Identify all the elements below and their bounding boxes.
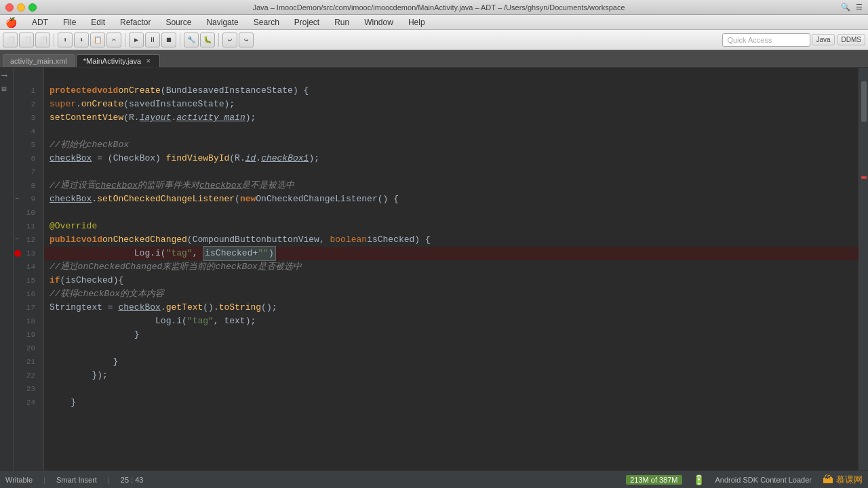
menu-help[interactable]: Help bbox=[406, 17, 428, 28]
status-writable: Writable bbox=[5, 476, 33, 484]
toolbar-btn-1[interactable]: ⬜ bbox=[3, 33, 18, 47]
toolbar-btn-5[interactable]: ⬇ bbox=[74, 33, 89, 47]
code-line-10 bbox=[44, 206, 859, 220]
close-button[interactable] bbox=[5, 3, 14, 12]
status-bar: Writable | Smart Insert | 25 : 43 213M o… bbox=[0, 470, 868, 488]
code-line-6: checkBox = (CheckBox) findViewById(R.id.… bbox=[44, 152, 859, 165]
toolbar-btn-9[interactable]: ⏸ bbox=[145, 33, 160, 47]
gutter-line-18: 18 bbox=[14, 314, 39, 328]
tab-xml[interactable]: activity_main.xml bbox=[3, 54, 75, 67]
gutter-line-15: 15 bbox=[14, 274, 39, 287]
fold-icon[interactable]: − bbox=[15, 233, 19, 247]
code-line-1: protected void onCreate(Bundle savedInst… bbox=[44, 84, 859, 98]
toolbar-btn-10[interactable]: ⏹ bbox=[161, 33, 176, 47]
left-icon-1[interactable]: ⟶ bbox=[2, 70, 12, 80]
code-line-13: Log.i("tag", isChecked+"") bbox=[44, 247, 859, 260]
gutter-line-20: 20 bbox=[14, 342, 39, 355]
menu-navigate[interactable]: Navigate bbox=[203, 17, 241, 28]
gutter-line-21: 21 bbox=[14, 355, 39, 369]
gutter-line-22: 22 bbox=[14, 369, 39, 382]
tabs-bar: activity_main.xml *MainActivity.java ✕ bbox=[0, 50, 868, 68]
menu-run[interactable]: Run bbox=[332, 17, 352, 28]
scrollbar[interactable] bbox=[861, 81, 867, 122]
left-icon-2[interactable]: ⊞ bbox=[2, 84, 12, 94]
code-line-0 bbox=[44, 70, 859, 84]
gutter-line-19: 19 bbox=[14, 328, 39, 342]
gutter-line-5: 5 bbox=[14, 138, 39, 152]
minimize-button[interactable] bbox=[17, 3, 25, 12]
editor-container: ⟶ ⊞ 12345678−91011−121314151617181920212… bbox=[0, 68, 868, 470]
code-line-7 bbox=[44, 165, 859, 179]
toolbar-sep-4 bbox=[218, 33, 219, 47]
code-line-18: Log.i("tag", text); bbox=[44, 314, 859, 328]
window-title: Java – ImoocDemon/src/com/imooc/imoocdem… bbox=[41, 3, 837, 12]
apple-menu[interactable]: 🍎 bbox=[5, 17, 17, 28]
menu-search[interactable]: Search bbox=[251, 17, 282, 28]
gutter-line-12: −12 bbox=[14, 233, 39, 247]
code-line-21: } bbox=[44, 355, 859, 369]
code-line-24: } bbox=[44, 396, 859, 409]
left-icons: ⟶ ⊞ bbox=[0, 68, 14, 470]
menu-icon[interactable]: ☰ bbox=[856, 3, 863, 12]
tab-java-close[interactable]: ✕ bbox=[144, 57, 153, 65]
toolbar: ⬜ ⬜ ⬜ ⬆ ⬇ 📋 ✂ ▶ ⏸ ⏹ 🔧 🐛 ↩ ↪ Quick Access… bbox=[0, 30, 868, 50]
code-line-16: //获得checkBox的文本内容 bbox=[44, 287, 859, 301]
traffic-lights bbox=[5, 3, 37, 12]
gutter-line-16: 16 bbox=[14, 287, 39, 301]
toolbar-btn-8[interactable]: ▶ bbox=[129, 33, 144, 47]
menu-bar: 🍎 ADT File Edit Refactor Source Navigate… bbox=[0, 15, 868, 30]
status-sdk: Android SDK Content Loader bbox=[715, 476, 812, 484]
code-line-15: if(isChecked){ bbox=[44, 274, 859, 287]
tab-java-label: *MainActivity.java bbox=[83, 57, 141, 65]
toolbar-btn-4[interactable]: ⬆ bbox=[58, 33, 73, 47]
code-line-11: @Override bbox=[44, 220, 859, 233]
toolbar-btn-2[interactable]: ⬜ bbox=[19, 33, 34, 47]
toolbar-btn-14[interactable]: ↪ bbox=[239, 33, 254, 47]
fold-icon[interactable]: − bbox=[15, 192, 19, 206]
code-line-19: } bbox=[44, 328, 859, 342]
quick-access-input[interactable]: Quick Access bbox=[722, 33, 810, 47]
code-line-22: }); bbox=[44, 369, 859, 382]
gutter-line-10: 10 bbox=[14, 206, 39, 220]
code-line-17: String text = checkBox.getText().toStrin… bbox=[44, 301, 859, 314]
toolbar-sep-1 bbox=[54, 33, 54, 47]
gutter-line-8: 8 bbox=[14, 179, 39, 192]
gutter-line-7: 7 bbox=[14, 165, 39, 179]
toolbar-btn-12[interactable]: 🐛 bbox=[200, 33, 215, 47]
code-line-20 bbox=[44, 342, 859, 355]
menu-adt[interactable]: ADT bbox=[29, 17, 51, 28]
menu-edit[interactable]: Edit bbox=[88, 17, 108, 28]
tab-xml-label: activity_main.xml bbox=[10, 57, 67, 65]
menu-window[interactable]: Window bbox=[361, 17, 396, 28]
code-line-23 bbox=[44, 382, 859, 396]
menu-refactor[interactable]: Refactor bbox=[117, 17, 153, 28]
gutter-line-2: 2 bbox=[14, 98, 39, 111]
code-line-8: //通过设置checkbox的监听事件来对checkbox是不是被选中 bbox=[44, 179, 859, 192]
code-line-9: checkBox.setOnCheckedChangeListener(new … bbox=[44, 192, 859, 206]
menu-project[interactable]: Project bbox=[292, 17, 322, 28]
toolbar-btn-3[interactable]: ⬜ bbox=[35, 33, 50, 47]
quick-access-label: Quick Access bbox=[727, 36, 772, 44]
gutter-line-14: 14 bbox=[14, 260, 39, 274]
toolbar-btn-7[interactable]: ✂ bbox=[106, 33, 121, 47]
code-line-3: setContentView(R.layout.activity_main); bbox=[44, 111, 859, 125]
code-line-2: super.onCreate(savedInstanceState); bbox=[44, 98, 859, 111]
right-sidebar bbox=[859, 68, 868, 470]
java-badge[interactable]: Java bbox=[812, 34, 834, 45]
toolbar-btn-13[interactable]: ↩ bbox=[222, 33, 237, 47]
gutter-line-6: 6 bbox=[14, 152, 39, 165]
ddms-badge[interactable]: DDMS bbox=[837, 34, 865, 45]
menu-file[interactable]: File bbox=[60, 17, 79, 28]
code-line-12: public void onCheckedChanged(CompoundBut… bbox=[44, 233, 859, 247]
toolbar-btn-6[interactable]: 📋 bbox=[90, 33, 105, 47]
gutter-line-0 bbox=[14, 70, 39, 84]
gutter-line-17: 17 bbox=[14, 301, 39, 314]
maximize-button[interactable] bbox=[28, 3, 37, 12]
toolbar-btn-11[interactable]: 🔧 bbox=[184, 33, 199, 47]
search-icon[interactable]: 🔍 bbox=[841, 3, 850, 12]
tab-java[interactable]: *MainActivity.java ✕ bbox=[76, 54, 160, 67]
status-position: 25 : 43 bbox=[121, 476, 144, 484]
menu-source[interactable]: Source bbox=[163, 17, 194, 28]
gutter-line-23: 23 bbox=[14, 382, 39, 396]
code-area[interactable]: protected void onCreate(Bundle savedInst… bbox=[44, 68, 859, 470]
